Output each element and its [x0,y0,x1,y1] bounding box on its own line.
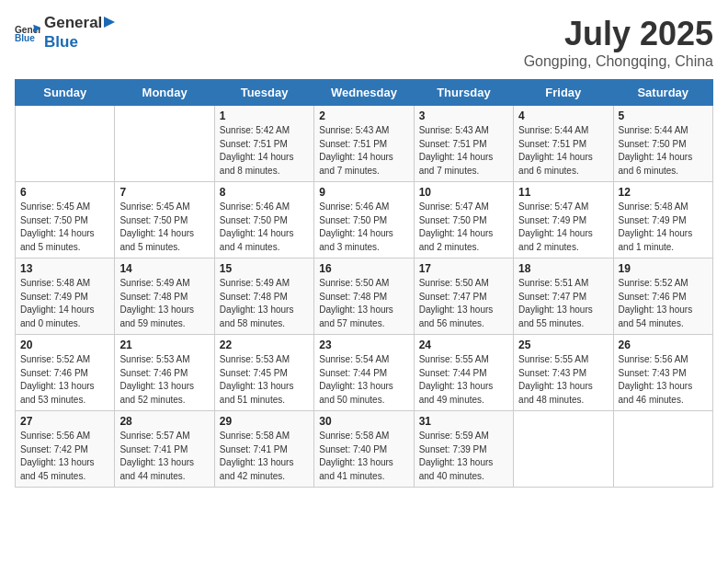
day-info: Sunrise: 5:50 AMSunset: 7:48 PMDaylight:… [319,277,408,330]
logo-icon: General Blue [15,20,40,46]
day-info: Sunrise: 5:46 AMSunset: 7:50 PMDaylight:… [220,201,309,254]
day-number: 17 [419,262,508,275]
day-info: Sunrise: 5:49 AMSunset: 7:48 PMDaylight:… [220,277,309,330]
day-number: 23 [319,339,408,351]
calendar-cell: 28Sunrise: 5:57 AMSunset: 7:41 PMDayligh… [115,411,214,488]
day-info: Sunrise: 5:44 AMSunset: 7:50 PMDaylight:… [619,124,708,178]
day-info: Sunrise: 5:46 AMSunset: 7:50 PMDaylight:… [319,201,408,254]
calendar-cell: 31Sunrise: 5:59 AMSunset: 7:39 PMDayligh… [414,411,513,488]
header: General Blue General Blue July 2025 Gong… [15,15,713,70]
day-number: 15 [220,262,309,275]
day-info: Sunrise: 5:58 AMSunset: 7:41 PMDaylight:… [220,430,309,483]
calendar-table: SundayMondayTuesdayWednesdayThursdayFrid… [15,79,713,488]
day-number: 29 [220,415,309,428]
day-info: Sunrise: 5:59 AMSunset: 7:39 PMDaylight:… [419,430,508,483]
calendar-cell: 24Sunrise: 5:55 AMSunset: 7:44 PMDayligh… [414,335,513,411]
calendar-cell: 22Sunrise: 5:53 AMSunset: 7:45 PMDayligh… [214,335,313,411]
calendar-cell: 15Sunrise: 5:49 AMSunset: 7:48 PMDayligh… [214,259,313,335]
calendar-cell [514,411,613,488]
calendar-cell: 21Sunrise: 5:53 AMSunset: 7:46 PMDayligh… [115,335,214,411]
logo-general-text: General [44,15,102,33]
day-number: 26 [619,339,708,351]
day-number: 1 [220,109,309,122]
day-number: 9 [319,186,408,199]
title-area: July 2025 Gongping, Chongqing, China [524,15,713,70]
day-info: Sunrise: 5:48 AMSunset: 7:49 PMDaylight:… [20,277,109,330]
weekday-header-tuesday: Tuesday [214,80,313,106]
day-number: 24 [419,339,508,351]
day-number: 25 [518,339,608,351]
day-number: 19 [619,262,708,275]
main-title: July 2025 [524,15,713,53]
weekday-header-thursday: Thursday [414,80,513,106]
calendar-cell [16,106,115,182]
calendar-cell: 30Sunrise: 5:58 AMSunset: 7:40 PMDayligh… [314,411,414,488]
day-number: 6 [20,186,109,199]
day-info: Sunrise: 5:45 AMSunset: 7:50 PMDaylight:… [20,201,109,254]
calendar-cell: 17Sunrise: 5:50 AMSunset: 7:47 PMDayligh… [414,259,513,335]
calendar-cell: 11Sunrise: 5:47 AMSunset: 7:49 PMDayligh… [514,182,613,259]
calendar-cell [613,411,712,488]
day-number: 8 [220,186,309,199]
day-number: 20 [20,339,109,351]
calendar-cell: 10Sunrise: 5:47 AMSunset: 7:50 PMDayligh… [414,182,513,259]
day-number: 12 [619,186,708,199]
day-info: Sunrise: 5:48 AMSunset: 7:49 PMDaylight:… [619,201,708,254]
calendar-cell: 18Sunrise: 5:51 AMSunset: 7:47 PMDayligh… [514,259,613,335]
calendar-cell: 19Sunrise: 5:52 AMSunset: 7:46 PMDayligh… [613,259,712,335]
day-number: 3 [419,109,508,122]
calendar-cell: 23Sunrise: 5:54 AMSunset: 7:44 PMDayligh… [314,335,414,411]
day-info: Sunrise: 5:45 AMSunset: 7:50 PMDaylight:… [119,201,209,254]
logo: General Blue General Blue [15,15,117,52]
weekday-header-saturday: Saturday [613,80,712,106]
logo-blue-text: Blue [44,33,78,51]
day-info: Sunrise: 5:53 AMSunset: 7:45 PMDaylight:… [220,353,309,407]
calendar-cell: 29Sunrise: 5:58 AMSunset: 7:41 PMDayligh… [214,411,313,488]
calendar-cell: 7Sunrise: 5:45 AMSunset: 7:50 PMDaylight… [115,182,214,259]
calendar-cell: 16Sunrise: 5:50 AMSunset: 7:48 PMDayligh… [314,259,414,335]
day-info: Sunrise: 5:55 AMSunset: 7:44 PMDaylight:… [419,353,508,407]
day-number: 7 [119,186,209,199]
svg-marker-3 [104,17,115,28]
day-info: Sunrise: 5:53 AMSunset: 7:46 PMDaylight:… [119,353,209,407]
day-number: 21 [119,339,209,351]
day-info: Sunrise: 5:56 AMSunset: 7:43 PMDaylight:… [619,353,708,407]
calendar-cell: 1Sunrise: 5:42 AMSunset: 7:51 PMDaylight… [214,106,313,182]
calendar-cell [115,106,214,182]
day-info: Sunrise: 5:52 AMSunset: 7:46 PMDaylight:… [619,277,708,330]
calendar-cell: 9Sunrise: 5:46 AMSunset: 7:50 PMDaylight… [314,182,414,259]
day-info: Sunrise: 5:42 AMSunset: 7:51 PMDaylight:… [220,124,309,178]
calendar-cell: 25Sunrise: 5:55 AMSunset: 7:43 PMDayligh… [514,335,613,411]
weekday-header-monday: Monday [115,80,214,106]
day-number: 16 [319,262,408,275]
day-info: Sunrise: 5:55 AMSunset: 7:43 PMDaylight:… [518,353,608,407]
calendar-cell: 2Sunrise: 5:43 AMSunset: 7:51 PMDaylight… [314,106,414,182]
calendar-cell: 27Sunrise: 5:56 AMSunset: 7:42 PMDayligh… [16,411,115,488]
calendar-cell: 26Sunrise: 5:56 AMSunset: 7:43 PMDayligh… [613,335,712,411]
day-info: Sunrise: 5:57 AMSunset: 7:41 PMDaylight:… [119,430,209,483]
weekday-header-wednesday: Wednesday [314,80,414,106]
logo-arrow-icon [102,15,117,33]
day-number: 11 [518,186,608,199]
day-number: 5 [619,109,708,122]
day-number: 27 [20,415,109,428]
day-info: Sunrise: 5:56 AMSunset: 7:42 PMDaylight:… [20,430,109,483]
day-number: 4 [518,109,608,122]
day-info: Sunrise: 5:43 AMSunset: 7:51 PMDaylight:… [319,124,408,178]
weekday-header-friday: Friday [514,80,613,106]
calendar-cell: 20Sunrise: 5:52 AMSunset: 7:46 PMDayligh… [16,335,115,411]
calendar-cell: 13Sunrise: 5:48 AMSunset: 7:49 PMDayligh… [16,259,115,335]
day-number: 22 [220,339,309,351]
day-number: 13 [20,262,109,275]
calendar-cell: 8Sunrise: 5:46 AMSunset: 7:50 PMDaylight… [214,182,313,259]
day-info: Sunrise: 5:49 AMSunset: 7:48 PMDaylight:… [119,277,209,330]
calendar-cell: 14Sunrise: 5:49 AMSunset: 7:48 PMDayligh… [115,259,214,335]
day-number: 28 [119,415,209,428]
sub-title: Gongping, Chongqing, China [524,53,713,70]
day-info: Sunrise: 5:50 AMSunset: 7:47 PMDaylight:… [419,277,508,330]
day-number: 31 [419,415,508,428]
calendar-cell: 5Sunrise: 5:44 AMSunset: 7:50 PMDaylight… [613,106,712,182]
calendar-cell: 12Sunrise: 5:48 AMSunset: 7:49 PMDayligh… [613,182,712,259]
day-info: Sunrise: 5:44 AMSunset: 7:51 PMDaylight:… [518,124,608,178]
day-info: Sunrise: 5:43 AMSunset: 7:51 PMDaylight:… [419,124,508,178]
